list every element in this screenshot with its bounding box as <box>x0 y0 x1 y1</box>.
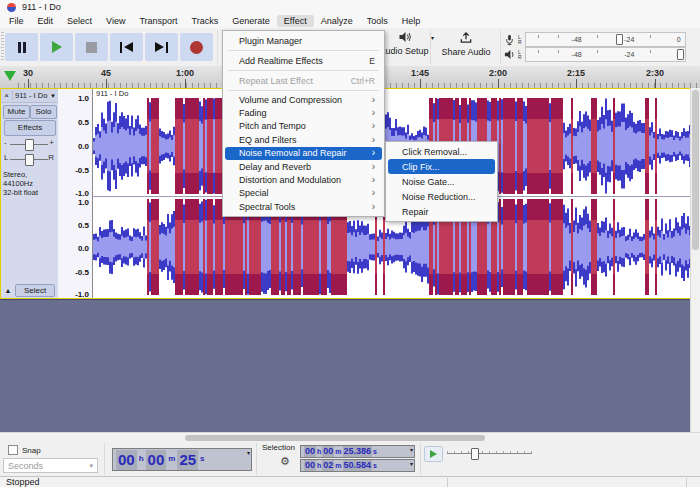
skip-to-start-button[interactable] <box>110 33 143 61</box>
pan-slider[interactable]: L R <box>4 153 54 165</box>
snap-mode-select[interactable]: Seconds ▾ <box>3 458 98 473</box>
vertical-scale-label: -1.0 <box>75 189 89 198</box>
effect-menu-item[interactable]: Noise Removal and Repair › <box>225 147 382 160</box>
meter-right-label: R <box>518 39 522 45</box>
playhead-triangle-icon[interactable] <box>4 71 16 81</box>
stop-button[interactable] <box>75 33 108 61</box>
transport-toolbar <box>5 33 213 61</box>
submenu-item[interactable]: Click Removal... <box>388 144 495 159</box>
bottom-toolbar: Snap Seconds ▾ ▾ 00h00m25s Selection ⚙ ▾… <box>0 442 700 476</box>
audio-position-field[interactable]: ▾ 00h00m25s <box>112 448 252 471</box>
submenu-item[interactable]: Noise Gate... <box>388 174 495 189</box>
playback-volume-slider[interactable] <box>677 49 684 60</box>
vertical-scrollbar-thumb[interactable] <box>692 90 699 250</box>
submenu-item[interactable]: Clip Fix... <box>388 159 495 174</box>
status-bar: Stopped <box>0 476 700 487</box>
noise-removal-submenu: Click Removal... Clip Fix... Noise Gate.… <box>385 141 498 222</box>
effects-button[interactable]: Effects <box>4 120 56 136</box>
close-icon[interactable]: × <box>1 91 13 100</box>
recording-volume-slider[interactable] <box>616 34 623 45</box>
playback-speed-slider[interactable] <box>447 448 532 458</box>
effect-menu-item[interactable]: EQ and Filters › <box>225 133 382 146</box>
vertical-scale-label: 1.0 <box>78 94 89 103</box>
effect-menu-item[interactable]: Add Realtime Effects E › <box>225 53 382 68</box>
effect-menu-item[interactable]: Delay and Reverb › <box>225 160 382 173</box>
track-name[interactable]: 911 - I Do <box>13 91 50 100</box>
selection-start-field[interactable]: ▾ 00h00m25.386s <box>300 445 415 458</box>
caret-down-icon[interactable]: ▾ <box>410 446 413 453</box>
gain-slider-thumb[interactable] <box>25 139 34 151</box>
effect-menu-item[interactable]: › <box>228 90 379 91</box>
effect-menu-item[interactable]: Repeat Last Effect Ctrl+R › <box>225 73 382 88</box>
effect-menu-item[interactable]: Special › <box>225 187 382 200</box>
menubar-item[interactable]: Edit <box>31 15 61 27</box>
effect-menu-item[interactable]: Volume and Compression › <box>225 93 382 106</box>
menubar-item[interactable]: File <box>2 15 31 27</box>
vertical-scale-ruler[interactable]: 1.0 0.5 0.0 -0.5 -1.0 1.0 0.5 0.0 -0.5 <box>58 89 93 298</box>
select-button[interactable]: Select <box>15 284 55 297</box>
effect-menu-item[interactable]: Fading › <box>225 106 382 119</box>
effect-menu-item[interactable]: › <box>228 50 379 51</box>
vertical-scale-label: 0.5 <box>78 118 89 127</box>
playback-meter[interactable]: LR -48 -24 0 <box>504 47 686 62</box>
audio-setup-button[interactable]: Audio Setup ▾ <box>378 31 430 56</box>
menubar-item[interactable]: Select <box>60 15 99 27</box>
menubar-item[interactable]: Effect <box>277 15 314 27</box>
pan-slider-thumb[interactable] <box>25 154 34 166</box>
effect-menu-item[interactable]: Pitch and Tempo › <box>225 120 382 133</box>
track-menu-icon[interactable]: ▼ <box>50 93 58 99</box>
effect-menu-item[interactable]: › <box>228 70 379 71</box>
pause-button[interactable] <box>5 33 38 61</box>
submenu-arrow-icon: › <box>372 149 375 157</box>
menubar-item[interactable]: Help <box>395 15 428 27</box>
submenu-arrow-icon: › <box>372 176 375 184</box>
submenu-arrow-icon: › <box>372 136 375 144</box>
share-audio-button[interactable]: Share Audio <box>436 31 496 57</box>
play-at-speed-button[interactable] <box>424 446 443 462</box>
caret-down-icon[interactable]: ▾ <box>410 460 413 467</box>
collapse-icon[interactable]: ▲ <box>1 287 15 294</box>
mute-button[interactable]: Mute <box>3 105 30 119</box>
submenu-arrow-icon: › <box>372 96 375 104</box>
stop-icon <box>86 42 97 53</box>
skip-to-end-icon <box>155 42 164 52</box>
menubar-item[interactable]: Analyze <box>314 15 360 27</box>
speaker-icon <box>504 49 515 60</box>
gain-slider[interactable]: - + <box>4 138 54 150</box>
submenu-item[interactable]: Noise Reduction... <box>388 189 495 204</box>
menubar-item[interactable]: Transport <box>132 15 184 27</box>
solo-button[interactable]: Solo <box>30 105 57 119</box>
record-icon <box>190 41 203 54</box>
speed-slider-thumb[interactable] <box>471 448 479 460</box>
skip-to-end-button[interactable] <box>145 33 178 61</box>
effect-menu-item[interactable]: Spectral Tools › <box>225 200 382 213</box>
waveform-track-name-overlay: 911 - I Do <box>96 89 128 98</box>
track-format-info: Stereo, 44100Hz 32-bit float <box>3 170 58 197</box>
play-button[interactable] <box>40 33 73 61</box>
effect-menu-item[interactable]: Distortion and Modulation › <box>225 173 382 186</box>
toolbar-grip[interactable] <box>1 32 4 62</box>
horizontal-scrollbar-thumb[interactable] <box>185 435 485 441</box>
playback-status: Stopped <box>6 477 40 487</box>
skip-to-start-icon <box>124 42 133 52</box>
vertical-scale-label: 0.5 <box>78 221 89 230</box>
menubar-item[interactable]: View <box>99 15 132 27</box>
submenu-item[interactable]: Repair <box>388 204 495 219</box>
recording-meter[interactable]: LR -48 -24 0 <box>504 32 686 47</box>
gear-icon[interactable]: ⚙ <box>280 455 290 468</box>
play-icon <box>52 41 62 53</box>
menubar-item[interactable]: Tools <box>360 15 395 27</box>
track-control-panel: × 911 - I Do ▼ Mute Solo Effects - + L R… <box>1 89 59 298</box>
caret-down-icon[interactable]: ▾ <box>247 449 250 456</box>
snap-checkbox[interactable] <box>8 445 18 455</box>
share-audio-icon <box>459 31 473 44</box>
record-button[interactable] <box>180 33 213 61</box>
vertical-scrollbar[interactable] <box>690 88 700 432</box>
menubar-item[interactable]: Tracks <box>185 15 226 27</box>
selection-end-field[interactable]: ▾ 00h02m50.584s <box>300 459 415 472</box>
effect-menu-item[interactable]: Plugin Manager › <box>225 33 382 48</box>
effect-menu: Plugin Manager › › Add Realtime Effects … <box>222 30 385 217</box>
vertical-scale-label: 0.0 <box>78 244 89 253</box>
share-audio-label: Share Audio <box>441 47 490 57</box>
menubar-item[interactable]: Generate <box>225 15 277 27</box>
